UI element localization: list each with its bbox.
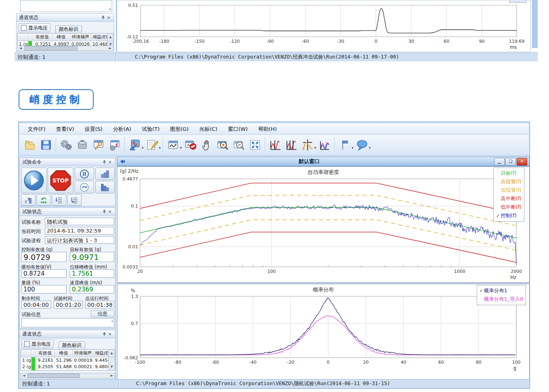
comment-bubble-icon[interactable] bbox=[354, 136, 370, 153]
dropdown-arrow[interactable]: ▾ bbox=[159, 146, 161, 150]
menu-help[interactable]: 帮助(H) bbox=[253, 124, 282, 134]
remain-time-value: 00:04:00 bbox=[21, 301, 51, 308]
scroll-down-icon[interactable]: ▾ bbox=[109, 7, 111, 11]
close-icon[interactable]: × bbox=[107, 159, 113, 165]
top-list-box[interactable]: ▾ bbox=[20, 0, 112, 12]
compare-curves-icon[interactable] bbox=[316, 136, 333, 153]
color-id-button[interactable]: 颜色标识 bbox=[59, 342, 85, 350]
pan-hand-icon[interactable] bbox=[199, 136, 215, 153]
next-schedule-entry-button[interactable] bbox=[67, 194, 82, 206]
legend-item[interactable]: ✓低中断(f) bbox=[496, 203, 522, 212]
close-icon[interactable]: × bbox=[107, 209, 113, 215]
pause-button[interactable] bbox=[75, 168, 94, 180]
level-down-button[interactable] bbox=[95, 181, 115, 193]
single-cursor-icon[interactable] bbox=[267, 136, 283, 153]
stop-refresh-icon[interactable] bbox=[182, 136, 199, 153]
table-header-row[interactable]: 有效值 峰值 环境噪声 增益(EU/ ▲ bbox=[21, 350, 115, 357]
open-folder-icon[interactable] bbox=[22, 136, 38, 153]
dropdown-arrow[interactable]: ▾ bbox=[352, 146, 354, 150]
save-icon[interactable] bbox=[38, 136, 54, 153]
save-signal-icon[interactable] bbox=[127, 136, 143, 153]
table-header-row[interactable]: 有效值 峰值 环境噪声 增益(EU/ ▲ bbox=[18, 34, 113, 41]
skip-entry-button[interactable] bbox=[75, 181, 94, 193]
test-info-textarea[interactable]: ▴ bbox=[21, 318, 114, 327]
dropdown-arrow[interactable]: ▾ bbox=[369, 146, 371, 150]
menu-view[interactable]: 查看(V) bbox=[51, 124, 80, 134]
close-icon[interactable]: × bbox=[107, 331, 113, 337]
stop-test-button[interactable]: STOP bbox=[48, 168, 73, 193]
pin-icon[interactable] bbox=[101, 209, 107, 215]
minimize-button[interactable]: ▁ bbox=[494, 158, 505, 166]
table-row[interactable]: 2 (g) 9.2505 51.488 0.00021 9.4806 ▼ bbox=[21, 364, 115, 370]
menu-analysis[interactable]: 分析(A) bbox=[108, 124, 136, 134]
psd-chart: 0.46770.10.010.00322010010002000Hz bbox=[117, 167, 529, 282]
menu-test[interactable]: 试验(T) bbox=[136, 124, 165, 134]
window-control-stub[interactable] bbox=[509, 0, 526, 3]
menu-file[interactable]: 文件(F) bbox=[23, 124, 51, 134]
legend-item[interactable]: ✓高报警(f) bbox=[496, 178, 522, 186]
annotate-icon[interactable] bbox=[144, 136, 160, 153]
report-setup-icon[interactable] bbox=[107, 136, 123, 153]
show-voltage-checkbox[interactable]: 显示电压 bbox=[21, 340, 54, 348]
svg-text:-60: -60 bbox=[302, 39, 309, 44]
query-level-button[interactable]: ? bbox=[21, 194, 36, 206]
flag-marker-icon[interactable] bbox=[337, 136, 353, 153]
peak-cursor-icon[interactable] bbox=[300, 136, 316, 153]
psd-y-unit: (g) 2/Hz bbox=[120, 168, 138, 174]
restore-button[interactable]: ❑ bbox=[505, 158, 516, 166]
pin-icon[interactable] bbox=[100, 15, 106, 21]
current-time-field[interactable]: 2014-6-11, 09:32:59 bbox=[45, 227, 114, 235]
level-up-button[interactable] bbox=[95, 168, 115, 180]
close-button[interactable]: ✕ bbox=[517, 158, 527, 166]
test-setup-icon[interactable] bbox=[90, 136, 107, 153]
table-hscrollbar[interactable]: ◄► bbox=[21, 373, 115, 378]
double-cursor-icon[interactable] bbox=[283, 136, 300, 153]
zoom-in-icon[interactable] bbox=[215, 136, 231, 153]
prev-schedule-entry-button[interactable] bbox=[52, 194, 66, 206]
test-info-label: 试验信息 bbox=[21, 311, 41, 318]
dropdown-arrow[interactable]: ▾ bbox=[180, 146, 182, 150]
window-menu-icon[interactable] bbox=[119, 159, 125, 164]
pin-icon[interactable] bbox=[101, 159, 107, 165]
table-row[interactable]: 1 (g) 9.2161 51.296 0.00019 9.4454 bbox=[21, 357, 115, 364]
start-test-button[interactable] bbox=[21, 168, 47, 193]
legend-item[interactable]: ✓概率分布1_导入0 bbox=[480, 295, 523, 304]
menu-window[interactable]: 窗口(W) bbox=[223, 124, 253, 134]
svg-text:0.4677: 0.4677 bbox=[123, 176, 138, 182]
menu-cursor[interactable]: 光标(C) bbox=[194, 124, 222, 134]
settings-gears-icon[interactable] bbox=[58, 136, 74, 153]
control-channel-status: 控制通道: 1 bbox=[15, 53, 115, 61]
restore-level-button[interactable] bbox=[36, 194, 51, 206]
svg-text:0: 0 bbox=[327, 360, 330, 365]
toolbar: ▾ ▾ ▾ ▾ ▾ ▾ bbox=[19, 135, 529, 155]
table-vscroll[interactable]: ▲ bbox=[107, 34, 113, 41]
menu-settings[interactable]: 设置(S) bbox=[80, 124, 108, 134]
color-id-button[interactable]: 颜色标识 bbox=[55, 25, 82, 34]
table-hscrollbar[interactable]: ◄► bbox=[17, 46, 113, 51]
menu-graph[interactable]: 图形(G) bbox=[165, 124, 194, 134]
legend-item[interactable]: ✓低报警(f) bbox=[496, 186, 522, 195]
mdi-window-titlebar[interactable]: 默认窗口 ▁ ❑ ✕ bbox=[117, 157, 530, 166]
dropdown-arrow[interactable]: ▾ bbox=[142, 146, 144, 150]
zoom-out-icon[interactable] bbox=[231, 136, 247, 153]
fit-view-icon[interactable] bbox=[247, 136, 263, 153]
scroll-up-icon[interactable]: ▴ bbox=[111, 319, 113, 323]
legend-item[interactable]: ✓目标(f) bbox=[496, 169, 522, 178]
test-name-field[interactable]: 随机试验 bbox=[45, 218, 114, 225]
channel-table-top: 有效值 峰值 环境噪声 增益(EU/ ▲ 1 (g) 0.7251 4.9997… bbox=[17, 33, 113, 46]
legend-item[interactable]: ✓高中断(f) bbox=[496, 195, 522, 203]
table-vscroll[interactable]: ▲ bbox=[109, 350, 114, 357]
pin-icon[interactable] bbox=[101, 331, 107, 337]
legend-item[interactable]: ✓概率分布1 bbox=[480, 287, 523, 295]
shaker-icon[interactable] bbox=[74, 136, 90, 153]
checkbox-label: 显示电压 bbox=[28, 25, 48, 31]
close-icon[interactable]: × bbox=[106, 15, 111, 21]
info-button[interactable]: 信息 bbox=[91, 310, 114, 317]
checkbox-box[interactable] bbox=[24, 341, 30, 347]
checkbox-box[interactable] bbox=[21, 25, 27, 31]
new-curve-window-icon[interactable] bbox=[165, 136, 181, 153]
show-voltage-checkbox[interactable]: 显示电压 bbox=[18, 23, 50, 32]
legend-item[interactable]: ✓控制(f) bbox=[496, 212, 522, 220]
test-progress-field[interactable]: 运行计划表试验 1 - 3 bbox=[45, 236, 114, 244]
dropdown-arrow[interactable]: ▾ bbox=[314, 146, 316, 150]
